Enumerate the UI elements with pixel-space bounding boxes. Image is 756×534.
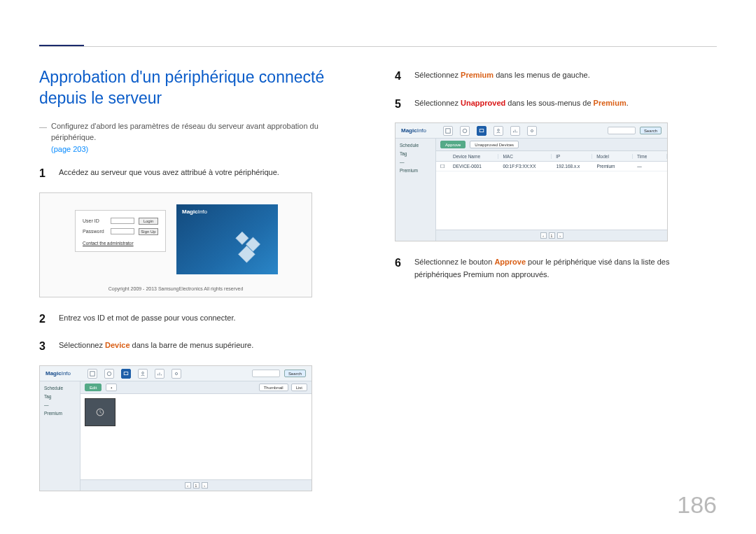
- dash-icon: ―: [39, 120, 47, 155]
- signup-button: Sign Up: [139, 228, 158, 235]
- screenshot-device-list: MagicInfo Search: [39, 365, 312, 491]
- sidebar-item: Premium: [400, 168, 431, 173]
- unapproved-label: Unapproved Devices: [470, 141, 519, 148]
- sidebar-item: Schedule: [400, 143, 431, 148]
- view-list-button: List: [291, 384, 307, 391]
- search-input: [252, 370, 280, 377]
- page-number-btn: 1: [193, 482, 200, 489]
- search-button: Search: [284, 370, 306, 377]
- step-2: 2 Entrez vos ID et mot de passe pour vou…: [39, 310, 361, 328]
- step-3: 3 Sélectionnez Device dans la barre de m…: [39, 337, 361, 356]
- step-4: 4 Sélectionnez Premium dans les menus de…: [395, 67, 717, 85]
- app-logo: MagicInfo: [46, 370, 71, 377]
- sidebar-item: Premium: [44, 411, 76, 416]
- header-rule: [39, 46, 717, 47]
- app-toolbar: Approve Unapproved Devices: [436, 139, 667, 151]
- screenshot-login: User ID Login Password Sign Up Contact t…: [39, 192, 312, 297]
- svg-point-4: [107, 372, 111, 376]
- nav-schedule-icon: [104, 369, 114, 379]
- step-number: 3: [39, 337, 49, 356]
- app-nav: [88, 369, 181, 379]
- svg-point-10: [463, 129, 467, 133]
- svg-rect-3: [90, 371, 94, 375]
- step-text: Sélectionnez Premium dans les menus de g…: [414, 67, 590, 85]
- page-number: 186: [677, 491, 717, 519]
- svg-point-13: [531, 129, 533, 132]
- login-brand-panel: MagicInfo: [176, 204, 278, 274]
- sidebar-item: Tag: [44, 394, 76, 399]
- password-input: [111, 228, 134, 234]
- svg-rect-0: [236, 232, 248, 244]
- svg-rect-11: [479, 129, 484, 132]
- login-button: Login: [139, 218, 158, 225]
- step-text: Sélectionnez le bouton Approve pour le p…: [414, 254, 717, 281]
- contact-admin-link: Contact the administrator: [83, 241, 158, 246]
- step-text: Sélectionnez Unapproved dans les sous-me…: [414, 95, 629, 113]
- table-row: ☐ DEVICE-0001 00:1F:F3:XX:XX 192.168.x.x…: [436, 162, 667, 171]
- svg-rect-9: [446, 128, 450, 132]
- search-button: Search: [640, 127, 662, 134]
- copyright-text: Copyright 2009 - 2013 SamsungElectronics…: [40, 286, 312, 291]
- accent-approve: Approve: [494, 258, 526, 266]
- page-prev-icon: ‹: [540, 232, 547, 239]
- intro-note: ― Configurez d'abord les paramètres de r…: [39, 120, 361, 155]
- edit-button: Edit: [85, 384, 102, 391]
- sidebar-item: —: [44, 402, 76, 407]
- nav-device-icon: [477, 126, 486, 136]
- sidebar-item: Schedule: [44, 386, 76, 391]
- nav-user-icon: [138, 369, 148, 379]
- left-column: Approbation d'un périphérique connecté d…: [39, 67, 361, 504]
- login-form: User ID Login Password Sign Up Contact t…: [75, 210, 166, 252]
- sidebar-item: —: [400, 160, 431, 164]
- password-label: Password: [83, 229, 106, 234]
- accent-device: Device: [105, 341, 130, 349]
- nav-setting-icon: [527, 126, 537, 136]
- app-main: Edit • Thumbnail List ‹ 1: [80, 381, 312, 491]
- userid-input: [111, 218, 134, 224]
- step-5: 5 Sélectionnez Unapproved dans les sous-…: [395, 95, 717, 113]
- page-number-btn: 1: [549, 232, 555, 239]
- nav-setting-icon: [172, 369, 181, 379]
- page-link[interactable]: (page 203): [51, 145, 88, 153]
- nav-schedule-icon: [460, 126, 470, 136]
- cube-graphic-icon: [230, 228, 267, 265]
- search-input: [608, 127, 636, 134]
- step-number: 4: [395, 67, 405, 85]
- svg-point-12: [498, 129, 500, 131]
- svg-point-6: [142, 372, 144, 374]
- app-main: Approve Unapproved Devices Device Name M…: [436, 139, 667, 241]
- app-toolbar: Edit • Thumbnail List: [80, 381, 312, 394]
- nav-content-icon: [443, 126, 453, 136]
- step-number: 1: [39, 164, 49, 183]
- step-text: Entrez vos ID et mot de passe pour vous …: [59, 310, 236, 328]
- nav-stat-icon: [510, 126, 520, 136]
- paginator: ‹ 1 ›: [80, 479, 312, 491]
- toolbar-button: •: [106, 384, 117, 391]
- step-text: Sélectionnez Device dans la barre de men…: [59, 337, 253, 356]
- nav-stat-icon: [155, 369, 164, 379]
- step-text: Accédez au serveur que vous avez attribu…: [59, 164, 279, 183]
- device-thumbnail: [85, 398, 115, 426]
- nav-user-icon: [493, 126, 503, 136]
- right-column: 4 Sélectionnez Premium dans les menus de…: [395, 67, 717, 504]
- step-number: 6: [395, 254, 405, 281]
- sidebar-item: Tag: [400, 151, 431, 156]
- nav-content-icon: [88, 369, 97, 379]
- app-logo: MagicInfo: [401, 127, 426, 134]
- svg-rect-5: [124, 372, 128, 374]
- page-prev-icon: ‹: [185, 482, 191, 489]
- approve-button: Approve: [440, 141, 465, 148]
- step-number: 5: [395, 95, 405, 113]
- accent-premium: Premium: [461, 71, 493, 79]
- step-number: 2: [39, 310, 49, 328]
- app-topbar: MagicInfo Search: [396, 123, 667, 139]
- nav-device-icon: [121, 369, 131, 379]
- page-title: Approbation d'un périphérique connecté d…: [39, 67, 361, 109]
- app-nav: [443, 126, 537, 136]
- view-thumbnail-button: Thumbnail: [259, 384, 288, 391]
- screenshot-premium-unapproved: MagicInfo Search: [395, 122, 668, 241]
- step-6: 6 Sélectionnez le bouton Approve pour le…: [395, 254, 717, 281]
- userid-label: User ID: [83, 218, 106, 223]
- table-header: Device Name MAC IP Model Time: [436, 151, 667, 162]
- svg-point-7: [175, 372, 177, 374]
